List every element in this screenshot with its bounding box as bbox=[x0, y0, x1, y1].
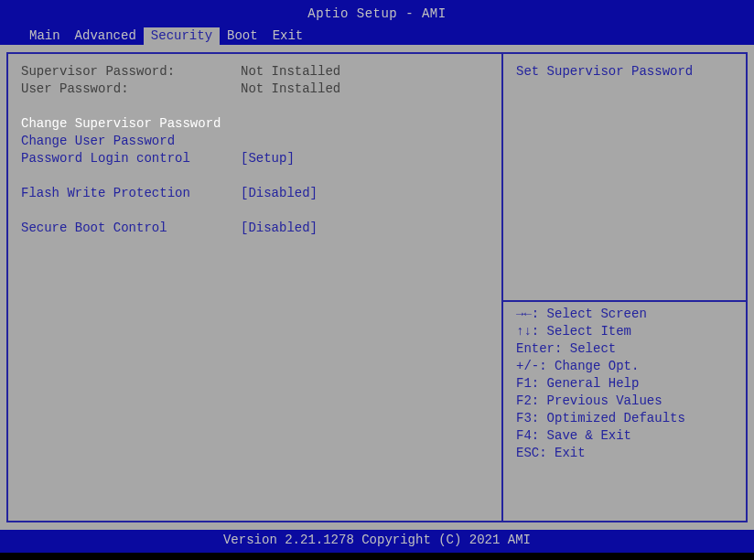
settings-panel: Supervisor Password: Not Installed User … bbox=[6, 52, 503, 522]
content-area: Supervisor Password: Not Installed User … bbox=[0, 45, 754, 530]
footer-text: Version 2.21.1278 Copyright (C) 2021 AMI bbox=[223, 533, 531, 547]
user-password-value: Not Installed bbox=[241, 81, 340, 98]
title-text: Aptio Setup - AMI bbox=[307, 6, 446, 21]
change-supervisor-password-item[interactable]: Change Supervisor Password bbox=[21, 115, 489, 133]
flash-write-protection-label: Flash Write Protection bbox=[21, 185, 241, 202]
password-login-control-value: [Setup] bbox=[241, 150, 295, 167]
hint-change-opt: +/-: Change Opt. bbox=[516, 358, 733, 375]
help-title: Set Supervisor Password bbox=[516, 63, 733, 81]
tab-advanced[interactable]: Advanced bbox=[68, 27, 144, 45]
footer-bar: Version 2.21.1278 Copyright (C) 2021 AMI bbox=[0, 530, 754, 553]
hint-enter: Enter: Select bbox=[516, 340, 733, 358]
bios-setup-window: Aptio Setup - AMI Main Advanced Security… bbox=[0, 0, 754, 560]
title-bar: Aptio Setup - AMI bbox=[0, 0, 754, 27]
hint-f1: F1: General Help bbox=[516, 375, 733, 393]
password-login-control-item[interactable]: Password Login control [Setup] bbox=[21, 150, 489, 167]
user-password-row: User Password: Not Installed bbox=[21, 81, 489, 98]
hint-select-screen: →←: Select Screen bbox=[516, 306, 733, 323]
supervisor-password-value: Not Installed bbox=[241, 63, 340, 81]
hint-f4: F4: Save & Exit bbox=[516, 427, 733, 445]
tab-boot[interactable]: Boot bbox=[220, 27, 265, 45]
secure-boot-control-item[interactable]: Secure Boot Control [Disabled] bbox=[21, 220, 489, 237]
secure-boot-control-value: [Disabled] bbox=[241, 220, 318, 237]
secure-boot-control-label: Secure Boot Control bbox=[21, 220, 241, 237]
change-user-password-label: Change User Password bbox=[21, 133, 175, 150]
tab-security[interactable]: Security bbox=[144, 27, 220, 45]
flash-write-protection-value: [Disabled] bbox=[241, 185, 318, 202]
hint-f2: F2: Previous Values bbox=[516, 393, 733, 410]
change-user-password-item[interactable]: Change User Password bbox=[21, 133, 489, 150]
hint-esc: ESC: Exit bbox=[516, 445, 733, 462]
hint-f3: F3: Optimized Defaults bbox=[516, 410, 733, 427]
password-login-control-label: Password Login control bbox=[21, 150, 241, 167]
user-password-label: User Password: bbox=[21, 81, 241, 98]
tab-main[interactable]: Main bbox=[22, 27, 68, 45]
help-panel: Set Supervisor Password →←: Select Scree… bbox=[503, 52, 748, 522]
hint-select-item: ↑↓: Select Item bbox=[516, 323, 733, 340]
supervisor-password-row: Supervisor Password: Not Installed bbox=[21, 63, 489, 81]
key-hints: →←: Select Screen ↑↓: Select Item Enter:… bbox=[516, 306, 733, 462]
flash-write-protection-item[interactable]: Flash Write Protection [Disabled] bbox=[21, 185, 489, 202]
menu-bar: Main Advanced Security Boot Exit bbox=[0, 27, 754, 45]
change-supervisor-password-label: Change Supervisor Password bbox=[21, 115, 221, 133]
tab-exit[interactable]: Exit bbox=[265, 27, 311, 45]
supervisor-password-label: Supervisor Password: bbox=[21, 63, 241, 81]
